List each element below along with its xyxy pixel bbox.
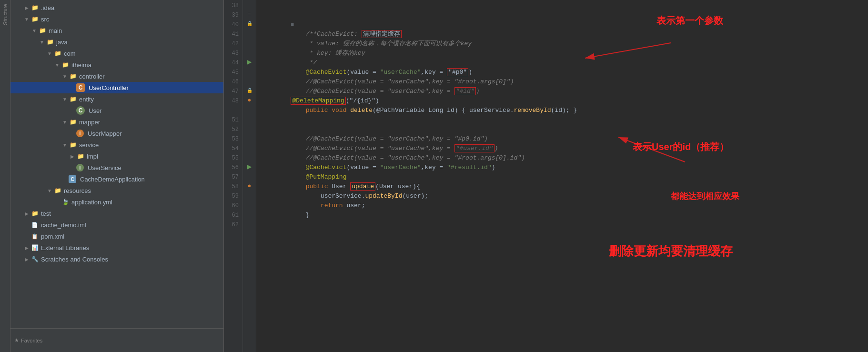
- tree-label: com: [64, 50, 76, 57]
- tree-label: cache_demo.iml: [41, 221, 86, 229]
- tree-label: User: [89, 107, 101, 114]
- tree-item-service[interactable]: ▼ 📁 service: [10, 139, 223, 151]
- arrow-icon: ▼: [46, 51, 53, 56]
- tree-label: entity: [79, 96, 94, 103]
- tree-label: pom.xml: [41, 233, 64, 240]
- tree-label: src: [41, 16, 49, 23]
- sidebar: Structure ▶ 📁 .idea ▼ 📁 src ▼ 📁 main: [0, 0, 224, 352]
- arrow-icon: ▼: [61, 97, 69, 102]
- tree-label: CacheDemoApplication: [80, 176, 145, 183]
- tree-label: Scratches and Consoles: [41, 256, 108, 263]
- gutter-circle2[interactable]: ●: [248, 182, 252, 190]
- gutter: ≡ 🔒 ▶ 🔒 ● ▶ ●: [243, 0, 256, 352]
- tree-item-src[interactable]: ▼ 📁 src: [10, 13, 223, 25]
- tree-item-java[interactable]: ▼ 📁 java: [10, 36, 223, 48]
- folder-icon: 📁: [53, 186, 62, 195]
- arrow-icon: ▼: [61, 74, 69, 79]
- folder-icon: 📁: [76, 152, 85, 161]
- tree-item-entity[interactable]: ▼ 📁 entity: [10, 93, 223, 105]
- libs-icon: 📊: [30, 243, 39, 252]
- tree-item-userservice[interactable]: I UserService: [10, 162, 223, 173]
- tree-item-scratches[interactable]: ▶ 🔧 Scratches and Consoles: [10, 253, 223, 265]
- arrow-icon: ▶: [23, 245, 30, 251]
- tree-item-mapper[interactable]: ▼ 📁 mapper: [10, 116, 223, 128]
- code-line-44: @CacheEvict(value = "userCache",key = "#…: [261, 58, 868, 68]
- gutter-circle[interactable]: ●: [248, 97, 252, 104]
- arrow-icon: ▶: [69, 154, 76, 159]
- arrow-icon: ▼: [38, 40, 46, 45]
- tree-label: resources: [64, 187, 91, 194]
- folder-icon: 📁: [69, 72, 77, 80]
- tree-item-test[interactable]: ▶ 📁 test: [10, 208, 223, 219]
- code-editor: 38 39 40 41 42 43 44 45 46 47 48 51 52 5…: [224, 0, 868, 352]
- annotation-first-param: 表示第一个参数: [656, 14, 723, 27]
- gutter-run[interactable]: ▶: [247, 57, 252, 67]
- interface-icon: I: [76, 130, 84, 137]
- tree-item-com[interactable]: ▼ 📁 com: [10, 48, 223, 59]
- interface-icon: I: [76, 164, 84, 171]
- arrow-icon: ▼: [46, 188, 53, 193]
- iml-icon: 📄: [30, 221, 39, 229]
- tree-item-idea[interactable]: ▶ 📁 .idea: [10, 2, 223, 13]
- tree-label: itheima: [71, 61, 91, 69]
- code-line-52: [261, 115, 868, 125]
- scratches-icon: 🔧: [30, 255, 39, 263]
- tree-label: UserService: [88, 164, 121, 171]
- gutter-run2[interactable]: ▶: [247, 162, 252, 171]
- tree-item-user[interactable]: C User: [10, 105, 223, 116]
- tree-label: impl: [87, 153, 98, 160]
- structure-tab[interactable]: Structure: [1, 0, 9, 29]
- class-icon: C: [76, 83, 85, 92]
- tree-item-appyml[interactable]: 🍃 application.yml: [10, 196, 223, 208]
- tree-item-usercontroller[interactable]: C UserController: [10, 82, 223, 93]
- annotation-user-id: 表示User的id（推荐）: [633, 141, 729, 153]
- tree-label: service: [79, 141, 99, 149]
- tree-item-resources[interactable]: ▼ 📁 resources: [10, 185, 223, 196]
- yaml-icon: 🍃: [61, 198, 70, 206]
- code-line-62: [261, 211, 868, 220]
- tree-item-iml[interactable]: 📄 cache_demo.iml: [10, 219, 223, 231]
- annotation-delete-update: 删除更新均要清理缓存: [609, 243, 733, 260]
- tree-item-itheima[interactable]: ▼ 📁 itheima: [10, 59, 223, 70]
- tree-item-cachedemo[interactable]: C CacheDemoApplication: [10, 173, 223, 185]
- tree-item-main[interactable]: ▼ 📁 main: [10, 25, 223, 36]
- pom-icon: 📋: [30, 232, 39, 241]
- folder-icon: 📁: [30, 3, 39, 12]
- code-line-40: * CacheEvict: 清理指定缓存: [261, 20, 868, 30]
- arrow-icon: ▼: [23, 17, 30, 22]
- arrow-icon: ▼: [61, 120, 69, 125]
- code-line-39: ≡ /**: [261, 10, 868, 20]
- code-line-53: //@CacheEvict(value = "userCache",key = …: [261, 125, 868, 134]
- tree-item-usermapper[interactable]: I UserMapper: [10, 128, 223, 139]
- arrow-icon: ▼: [61, 142, 69, 148]
- folder-icon: 📁: [46, 38, 54, 46]
- tree-label: main: [49, 27, 62, 34]
- code-content: ≡ /** * CacheEvict: 清理指定缓存 * value: 缓存的名…: [256, 0, 868, 352]
- tree-item-impl[interactable]: ▶ 📁 impl: [10, 151, 223, 162]
- folder-icon: 📁: [53, 49, 62, 58]
- tree-label: .idea: [41, 4, 54, 11]
- class-icon: C: [76, 106, 85, 115]
- tree-item-controller[interactable]: ▼ 📁 controller: [10, 70, 223, 82]
- gutter-lock2: 🔒: [247, 88, 252, 93]
- arrow-icon: ▼: [30, 28, 38, 33]
- tree-label: mapper: [79, 119, 100, 126]
- folder-icon: 📁: [69, 95, 77, 103]
- tree-label: test: [41, 210, 51, 217]
- tree-label: External Libraries: [41, 244, 89, 251]
- tree-item-pom[interactable]: 📋 pom.xml: [10, 231, 223, 242]
- tree-label: java: [56, 39, 68, 46]
- favorites-label: Favorites: [21, 338, 42, 343]
- arrow-icon: ▶: [23, 211, 30, 216]
- tree-item-extlibs[interactable]: ▶ 📊 External Libraries: [10, 242, 223, 253]
- arrow-icon: ▶: [23, 257, 30, 262]
- gutter-align: ≡: [248, 11, 251, 17]
- tree-label: controller: [79, 73, 104, 80]
- favorites-tab[interactable]: ★: [14, 337, 19, 343]
- folder-icon: 📁: [61, 60, 70, 69]
- annotation-all-work: 都能达到相应效果: [671, 191, 739, 202]
- tree-label: UserMapper: [88, 130, 122, 137]
- arrow-icon: ▼: [53, 62, 61, 68]
- tree-label: application.yml: [71, 199, 112, 206]
- folder-icon: 📁: [30, 15, 39, 23]
